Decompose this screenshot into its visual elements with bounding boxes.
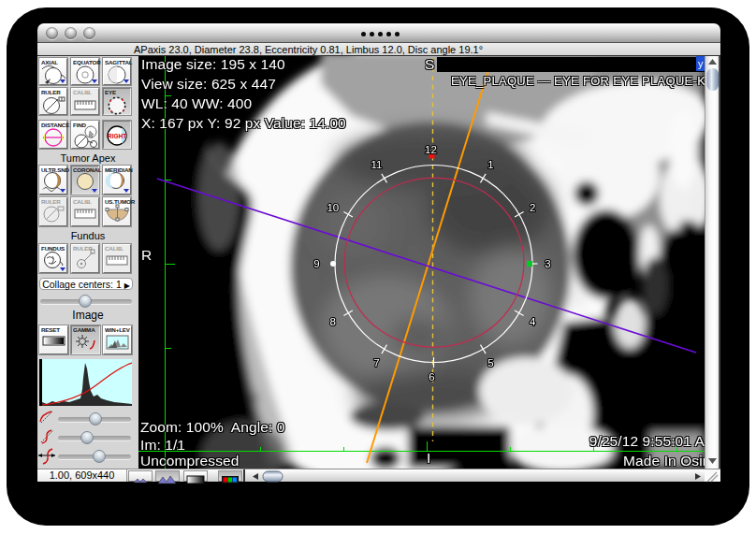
svg-text:1: 1 <box>487 159 493 170</box>
svg-text:2: 2 <box>530 202 535 213</box>
svg-text:RIGHT: RIGHT <box>108 133 126 139</box>
svg-text:8: 8 <box>330 316 336 327</box>
svg-text:11: 11 <box>371 159 383 170</box>
svg-text:y: y <box>698 58 704 69</box>
svg-text:7: 7 <box>373 357 379 368</box>
svg-text:6: 6 <box>429 371 434 382</box>
svg-text:4: 4 <box>530 316 536 327</box>
svg-text:3: 3 <box>545 258 550 269</box>
svg-text:12: 12 <box>425 144 437 155</box>
svg-text:9: 9 <box>313 258 319 269</box>
svg-text:5: 5 <box>487 357 493 368</box>
svg-text:10: 10 <box>327 202 339 213</box>
